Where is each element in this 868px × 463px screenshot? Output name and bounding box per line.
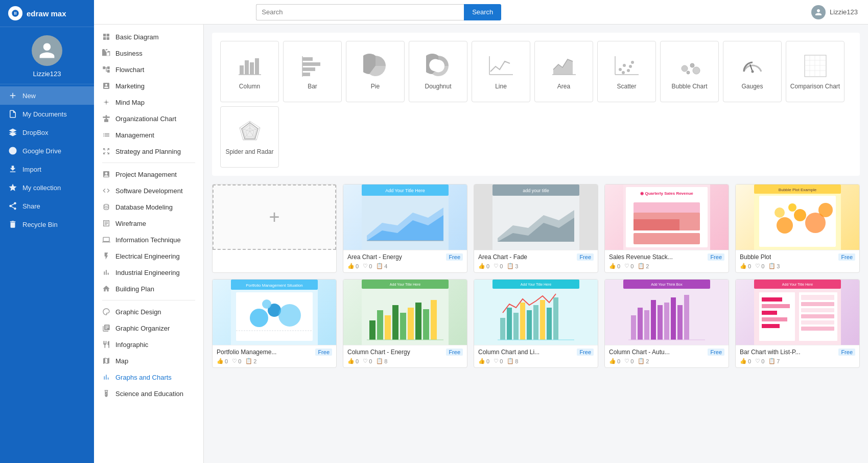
area-energy-badge: Free [446,253,463,261]
menu-item-graphic-organizer[interactable]: Graphic Organizer [94,320,203,336]
chart-type-bar[interactable]: Bar [283,41,342,102]
column-li-thumb: Add Your Title Here [474,280,598,345]
template-column-energy[interactable]: Add Your Title Here [343,279,467,368]
menu-item-management[interactable]: Management [94,127,203,143]
menu-item-electrical[interactable]: Electrical Engineering [94,248,203,264]
column-autu-likes: 👍 0 [609,358,620,364]
svg-text:Add Your Title Here: Add Your Title Here [521,283,551,286]
menu-item-software-dev[interactable]: Software Development [94,182,203,199]
new-template-card[interactable]: + [212,184,337,273]
menu-item-basic-diagram[interactable]: Basic Diagram [94,29,203,45]
column-autu-copies: 📋 2 [638,358,649,364]
search-container: Search [256,4,501,20]
sidebar-item-dropbox[interactable]: DropBox [0,123,94,142]
sidebar-item-google-drive[interactable]: Google Drive [0,142,94,160]
sidebar-item-my-collection[interactable]: My collection [0,178,94,197]
right-content: Column Bar [204,25,868,463]
svg-point-87 [278,304,301,327]
sidebar-item-new[interactable]: New [0,86,94,105]
chart-type-column[interactable]: Column [220,41,279,102]
menu-item-database[interactable]: Database Modeling [94,199,203,215]
search-button[interactable]: Search [464,4,501,20]
template-area-energy[interactable]: Add Your Title Here Area Chart - Energy … [343,184,467,273]
chart-type-line[interactable]: Line [472,41,530,102]
chart-type-doughnut[interactable]: Doughnut [409,41,467,102]
menu-item-org-chart[interactable]: Organizational Chart [94,110,203,127]
chart-type-area[interactable]: Area [534,41,593,102]
svg-rect-143 [801,320,834,325]
svg-rect-14 [302,57,313,61]
template-portfolio[interactable]: Portfolio Management Situation Portfolio… [212,279,337,368]
svg-rect-108 [513,313,519,340]
chart-type-pie[interactable]: Pie [346,41,405,102]
avatar [32,35,62,66]
column-energy-title: Column Chart - Energy [347,349,410,356]
svg-point-25 [627,69,630,72]
app-logo[interactable]: edraw max [0,0,94,27]
chart-type-spider[interactable]: Spider and Radar [220,106,279,168]
svg-rect-124 [664,303,669,340]
template-bar-list[interactable]: Add Your Title Here [735,279,860,368]
svg-text:Add Your Title Here: Add Your Title Here [782,283,813,286]
menu-item-flowchart[interactable]: Flowchart [94,61,203,78]
menu-item-industrial[interactable]: Industrial Engineering [94,264,203,281]
sidebar-item-my-documents[interactable]: My Documents [0,105,94,123]
template-column-autu[interactable]: Add Your Think Box [604,279,729,368]
svg-rect-110 [527,310,532,340]
template-sales-revenue[interactable]: ◉ Quarterly Sales Revenue Sales Revenue … [604,184,729,273]
template-column-li[interactable]: Add Your Title Here [474,279,598,368]
bar-list-title-row: Bar Chart with List-P... Free [740,349,855,356]
template-bubble-plot[interactable]: Bubble Plot Example Bubble Plot [735,184,860,273]
area-fade-thumb: add your title [474,184,598,250]
sidebar-item-recycle-bin[interactable]: Recycle Bin [0,215,94,234]
column-li-likes: 👍 0 [478,358,489,364]
menu-item-infographic[interactable]: Infographic [94,336,203,353]
sidebar-item-share[interactable]: Share [0,197,94,215]
search-input[interactable] [256,4,464,20]
column-energy-badge: Free [446,349,463,356]
menu-item-business[interactable]: Business [94,45,203,61]
svg-rect-142 [801,314,834,318]
area-energy-title: Area Chart - Energy [347,253,402,261]
svg-point-28 [629,65,632,68]
sidebar-item-import[interactable]: Import [0,160,94,178]
column-li-info: Column Chart and Li... Free 👍 0 ♡ 0 📋 8 [474,345,598,367]
menu-item-science[interactable]: Science and Education [94,385,203,402]
menu-item-map[interactable]: Map [94,353,203,369]
chart-type-scatter[interactable]: Scatter [597,41,656,102]
bar-list-copies: 📋 7 [768,358,780,364]
svg-point-85 [250,309,268,327]
bar-list-stats: 👍 0 ♡ 0 📋 7 [740,358,855,364]
menu-item-graphs-charts[interactable]: Graphs and Charts [94,369,203,385]
svg-rect-134 [762,304,790,308]
column-li-title: Column Chart and Li... [478,349,539,356]
column-li-title-row: Column Chart and Li... Free [478,349,594,356]
column-li-hearts: ♡ 0 [494,358,503,364]
template-area-fade[interactable]: add your title Area Chart - Fade Free 👍 … [474,184,598,273]
username: Lizzie123 [33,70,61,78]
portfolio-title-row: Portfolio Manageme... Free [217,349,332,356]
menu-item-wireframe[interactable]: Wireframe [94,215,203,231]
sales-revenue-badge: Free [708,253,724,261]
menu-item-marketing[interactable]: Marketing [94,78,203,94]
menu-item-info-tech[interactable]: Information Technique [94,231,203,248]
portfolio-hearts: ♡ 0 [232,358,241,364]
menu-item-graphic-design[interactable]: Graphic Design [94,304,203,320]
menu-item-strategy[interactable]: Strategy and Planning [94,143,203,159]
sales-revenue-stats: 👍 0 ♡ 0 📋 2 [609,263,724,269]
chart-type-gauges[interactable]: Gauges [723,41,782,102]
sales-revenue-likes: 👍 0 [609,263,620,269]
menu-item-mind-map[interactable]: Mind Map [94,94,203,110]
area-energy-likes: 👍 0 [347,263,359,269]
menu-item-building-plan[interactable]: Building Plan [94,281,203,297]
svg-rect-137 [762,324,780,328]
chart-type-comparison[interactable]: Comparison Chart [786,41,844,102]
plus-icon: + [269,206,279,228]
svg-text:Add Your Think Box: Add Your Think Box [651,283,683,286]
bubble-plot-stats: 👍 0 ♡ 0 📋 3 [740,263,855,269]
svg-point-76 [794,209,806,221]
portfolio-title: Portfolio Manageme... [217,349,276,356]
menu-item-project-mgmt[interactable]: Project Management [94,166,203,182]
chart-type-bubble-chart[interactable]: Bubble Chart [660,41,719,102]
svg-rect-70 [634,233,700,244]
